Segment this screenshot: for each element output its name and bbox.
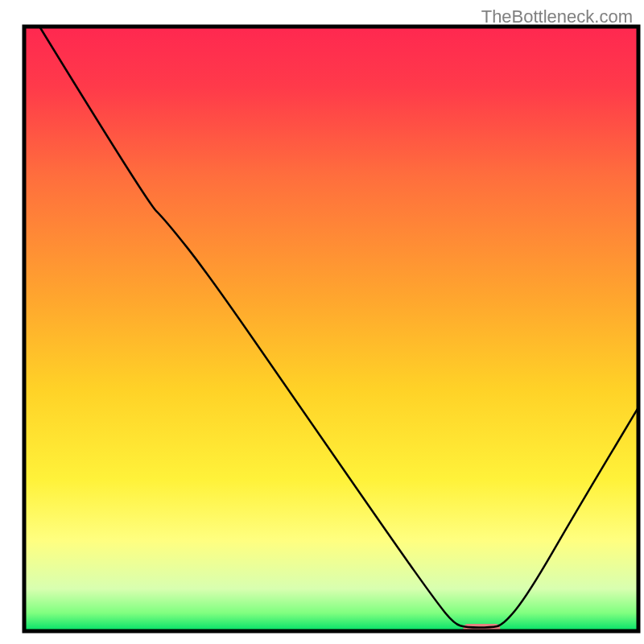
chart-container: TheBottleneck.com — [0, 0, 644, 644]
chart-svg — [0, 0, 644, 644]
plot-background — [24, 27, 638, 631]
watermark-text: TheBottleneck.com — [481, 6, 633, 27]
plot-area — [24, 27, 638, 633]
